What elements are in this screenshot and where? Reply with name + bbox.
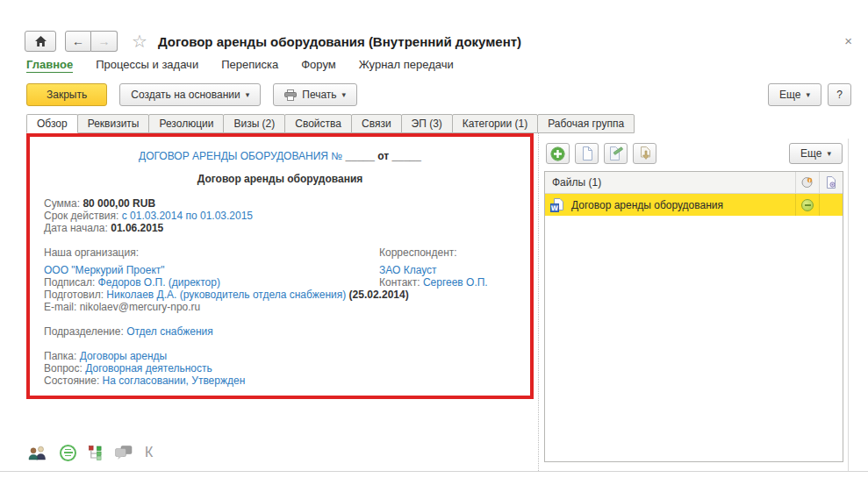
tab-visas[interactable]: Визы (2) xyxy=(223,114,285,133)
right-panel-edge xyxy=(848,139,849,471)
file-signature-cell xyxy=(819,194,843,216)
history-nav: ← → xyxy=(65,31,118,52)
sum-label: Сумма: xyxy=(44,197,80,210)
start-date-value: 01.06.2015 xyxy=(111,222,163,234)
edit-file-button[interactable] xyxy=(604,143,628,164)
our-org-link[interactable]: ООО "Меркурий Проект" xyxy=(44,264,165,276)
organization-section: Наша организация: ООО "Меркурий Проект" … xyxy=(44,246,516,313)
files-toolbar xyxy=(546,143,656,164)
help-button[interactable]: ? xyxy=(828,83,851,106)
document-date-blank: _____ xyxy=(392,150,421,162)
document-subheading: Договор аренды оборудования xyxy=(44,173,516,185)
files-more-wrap: Еще ▾ xyxy=(789,143,843,164)
term-label: Срок действия: xyxy=(44,210,118,222)
document-heading-link[interactable]: ДОГОВОР АРЕНДЫ ОБОРУДОВАНИЯ № xyxy=(139,150,342,162)
close-button-label: Закрыть xyxy=(47,89,87,101)
term-line: Срок действия: с 01.03.2014 по 01.03.201… xyxy=(44,210,516,222)
menu-item-main[interactable]: Главное xyxy=(26,58,73,73)
favorite-star-icon[interactable]: ☆ xyxy=(132,32,147,50)
signed-value-link[interactable]: Федоров О.П. (директор) xyxy=(98,276,220,289)
contact-line: Контакт: Сергеев О.П. xyxy=(379,276,488,289)
help-label: ? xyxy=(836,89,843,101)
edit-file-icon xyxy=(609,146,623,160)
department-value-link[interactable]: Отдел снабжения xyxy=(126,325,213,338)
files-more-button[interactable]: Еще ▾ xyxy=(789,143,843,164)
create-based-on-label: Создать на основании xyxy=(131,89,240,101)
folder-value-link[interactable]: Договоры аренды xyxy=(80,350,168,362)
new-file-button[interactable] xyxy=(575,143,599,164)
chevron-down-icon: ▾ xyxy=(342,91,347,99)
print-button[interactable]: Печать ▾ xyxy=(273,83,357,106)
folder-label: Папка: xyxy=(44,350,76,362)
correspondent-link[interactable]: ЗАО Клауст xyxy=(379,264,437,276)
add-file-button[interactable] xyxy=(546,143,570,164)
email-value: nikolaev@mercury-npo.ru xyxy=(80,301,201,313)
sum-line: Сумма: 80 000,00 RUB xyxy=(44,197,516,210)
k-indicator[interactable]: К xyxy=(145,446,153,460)
page-title: Договор аренды оборудования (Внутренний … xyxy=(158,34,521,49)
question-line: Вопрос: Договорная деятельность xyxy=(44,362,516,374)
files-more-label: Еще xyxy=(800,147,821,160)
tab-properties[interactable]: Свойства xyxy=(284,114,352,133)
more-button[interactable]: Еще ▾ xyxy=(768,83,821,106)
seal-stamp-icon[interactable] xyxy=(60,445,76,461)
tab-working-group[interactable]: Рабочая группа xyxy=(537,114,635,133)
menu-item-correspondence[interactable]: Переписка xyxy=(221,58,278,73)
panel-splitter[interactable] xyxy=(538,133,539,471)
file-name-cell: W Договор аренды оборудования xyxy=(545,194,795,216)
chevron-down-icon: ▾ xyxy=(827,150,831,158)
window-bottom-border xyxy=(0,471,868,472)
print-label: Печать xyxy=(302,89,336,101)
menu-item-forum[interactable]: Форум xyxy=(301,58,336,73)
tab-overview[interactable]: Обзор xyxy=(26,114,78,133)
folder-line: Папка: Договоры аренды xyxy=(44,350,516,362)
tab-requisites[interactable]: Реквизиты xyxy=(77,114,150,133)
start-date-line: Дата начала: 01.06.2015 xyxy=(44,222,516,234)
contact-value-link[interactable]: Сергеев О.П. xyxy=(423,276,488,289)
file-name: Договор аренды оборудования xyxy=(571,199,723,211)
department-line: Подразделение: Отдел снабжения xyxy=(44,325,516,338)
email-label: E-mail: xyxy=(44,301,76,313)
tab-categories[interactable]: Категории (1) xyxy=(452,114,538,133)
more-label: Еще xyxy=(779,89,800,101)
document-heading-of: от xyxy=(377,150,389,162)
discussion-chat-icon[interactable] xyxy=(115,446,133,460)
files-header-title: Файлы (1) xyxy=(545,172,795,193)
term-value-link[interactable]: с 01.03.2014 по 01.03.2015 xyxy=(122,210,253,222)
add-icon xyxy=(550,146,565,161)
home-icon xyxy=(34,35,47,47)
editing-by-icon xyxy=(801,176,814,189)
prepared-label: Подготовил: xyxy=(44,289,104,301)
menu-item-transfer-log[interactable]: Журнал передачи xyxy=(359,58,454,73)
forward-button[interactable]: → xyxy=(91,31,118,52)
svg-text:W: W xyxy=(551,203,559,211)
chevron-down-icon: ▾ xyxy=(246,91,250,99)
file-row[interactable]: W Договор аренды оборудования xyxy=(545,194,843,216)
menu-item-processes[interactable]: Процессы и задачи xyxy=(96,58,198,73)
prepared-line: Подготовил: Николаев Д.А. (руководитель … xyxy=(44,289,516,301)
contact-label: Контакт: xyxy=(379,276,420,289)
save-file-icon xyxy=(638,146,652,160)
working-group-users-icon[interactable] xyxy=(28,446,47,460)
document-overview: ДОГОВОР АРЕНДЫ ОБОРУДОВАНИЯ № _____ от _… xyxy=(30,137,530,387)
create-based-on-button[interactable]: Создать на основании ▾ xyxy=(119,83,261,106)
correspondent-line: ЗАО Клауст xyxy=(379,264,488,276)
state-line: Состояние: На согласовании, Утвержден xyxy=(44,374,516,387)
close-button[interactable]: Закрыть xyxy=(26,83,107,106)
tab-links[interactable]: Связи xyxy=(351,114,402,133)
tab-signatures[interactable]: ЭП (3) xyxy=(401,114,453,133)
email-line: E-mail: nikolaev@mercury-npo.ru xyxy=(44,301,516,313)
process-tree-icon[interactable] xyxy=(89,446,103,460)
tab-resolutions[interactable]: Резолюции xyxy=(148,114,224,133)
state-value-link[interactable]: На согласовании, Утвержден xyxy=(103,374,246,387)
save-file-button[interactable] xyxy=(633,143,656,164)
home-button[interactable] xyxy=(25,31,56,52)
question-value-link[interactable]: Договорная деятельность xyxy=(85,362,212,374)
command-bar-right: Еще ▾ ? xyxy=(768,83,851,106)
blank-file-icon xyxy=(581,146,593,160)
prepared-date: (25.02.2014) xyxy=(349,289,409,301)
window-close-icon[interactable]: × xyxy=(844,34,852,47)
back-button[interactable]: ← xyxy=(65,31,91,52)
command-bar: Закрыть Создать на основании ▾ Печать ▾ xyxy=(26,83,357,106)
prepared-value-link[interactable]: Николаев Д.А. (руководитель отдела снабж… xyxy=(106,289,346,301)
